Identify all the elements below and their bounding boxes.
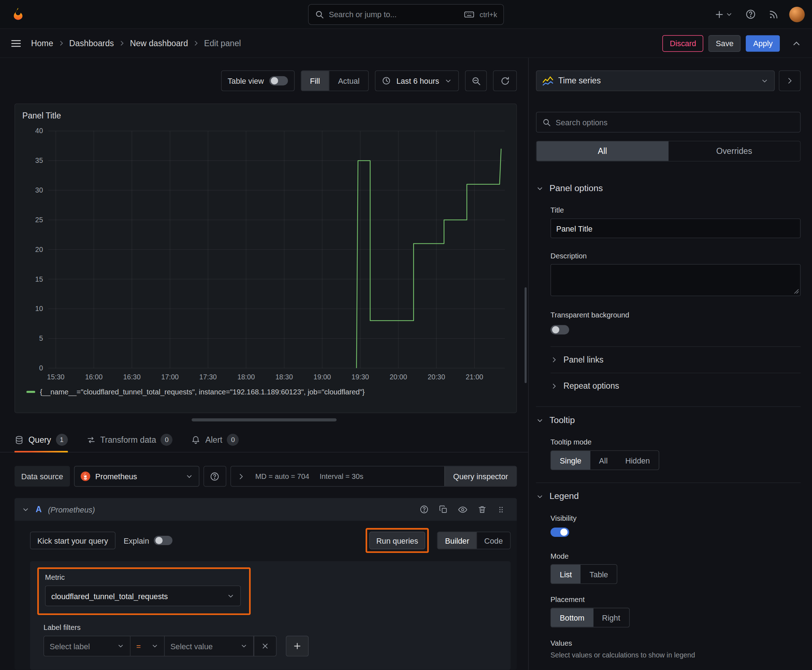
builder-option[interactable]: Builder [438, 532, 476, 549]
metric-select[interactable]: cloudflared_tunnel_total_requests [45, 585, 241, 606]
chevron-down-icon[interactable] [22, 505, 30, 513]
drag-handle-icon[interactable] [497, 505, 505, 514]
help-button[interactable] [743, 7, 758, 22]
operator-dropdown[interactable]: = [131, 636, 165, 656]
select-label-placeholder: Select label [50, 642, 90, 651]
panel-title-input[interactable] [551, 218, 801, 238]
remove-filter-button[interactable] [254, 636, 277, 656]
copy-icon[interactable] [439, 505, 448, 514]
options-search[interactable] [536, 112, 800, 132]
tooltip-mode-hidden[interactable]: Hidden [617, 451, 659, 470]
transparent-bg-toggle[interactable] [551, 325, 569, 334]
chevron-right-icon[interactable] [237, 472, 245, 481]
search-icon [315, 10, 324, 19]
visual-query-builder: Metric cloudflared_tunnel_total_requests… [30, 561, 510, 670]
datasource-name: Prometheus [95, 472, 137, 481]
query-inspector-button[interactable]: Query inspector [444, 466, 516, 486]
legend-placement-group: Bottom Right [551, 608, 630, 628]
panel-description-input[interactable] [551, 264, 801, 296]
select-value-dropdown[interactable]: Select value [165, 636, 254, 656]
legend-mode-table[interactable]: Table [581, 565, 617, 584]
legend-mode-list[interactable]: List [551, 565, 581, 584]
grafana-logo-icon[interactable] [10, 7, 26, 22]
legend-section-header[interactable]: Legend [536, 482, 800, 508]
metric-value: cloudflared_tunnel_total_requests [51, 592, 168, 601]
timeseries-viz-icon [542, 75, 554, 86]
svg-text:15:30: 15:30 [47, 373, 64, 381]
code-option[interactable]: Code [476, 532, 510, 549]
tab-transform-label: Transform data [100, 435, 156, 445]
panel-resize-handle[interactable] [192, 418, 337, 421]
apply-button[interactable]: Apply [746, 35, 780, 52]
fill-option[interactable]: Fill [301, 71, 329, 91]
global-search[interactable]: ctrl+k [308, 4, 504, 25]
tab-overrides[interactable]: Overrides [668, 141, 800, 161]
builder-code-segmented: Builder Code [437, 531, 510, 549]
actual-option[interactable]: Actual [329, 71, 368, 91]
table-view-toggle[interactable] [269, 76, 288, 86]
datasource-help-button[interactable] [203, 466, 226, 487]
trash-icon[interactable] [478, 505, 487, 514]
mega-menu-toggle[interactable] [8, 36, 24, 51]
clock-icon [382, 76, 391, 86]
help-circle-icon[interactable] [420, 505, 429, 514]
hamburger-icon [10, 37, 22, 49]
zoom-out-icon [471, 76, 481, 86]
tab-query[interactable]: Query 1 [15, 428, 68, 452]
discard-button[interactable]: Discard [663, 35, 704, 52]
new-button[interactable] [712, 7, 735, 22]
tab-all[interactable]: All [537, 141, 668, 161]
help-circle-icon [210, 471, 219, 481]
timeseries-chart[interactable]: 051015202530354015:3016:0016:3017:0017:3… [21, 126, 509, 383]
database-icon [15, 435, 24, 445]
resize-handle-icon[interactable] [794, 289, 799, 294]
tooltip-section-header[interactable]: Tooltip [536, 406, 800, 431]
global-search-input[interactable] [329, 10, 459, 19]
top-bar: ctrl+k [0, 0, 812, 29]
repeat-options-section[interactable]: Repeat options [551, 372, 801, 399]
operator-value: = [136, 642, 141, 651]
collapse-options-button[interactable] [779, 71, 800, 91]
select-label-dropdown[interactable]: Select label [44, 636, 131, 656]
news-button[interactable] [766, 7, 781, 22]
editor-tabs: Query 1 Transform data 0 Alert 0 [0, 428, 528, 452]
add-filter-button[interactable] [286, 636, 309, 656]
breadcrumb-new-dashboard[interactable]: New dashboard [130, 39, 188, 48]
svg-text:25: 25 [35, 216, 43, 224]
save-button[interactable]: Save [709, 35, 741, 52]
svg-text:5: 5 [39, 334, 43, 342]
chevron-down-icon [536, 492, 544, 500]
panel-links-section[interactable]: Panel links [551, 347, 801, 373]
placement-bottom[interactable]: Bottom [551, 608, 593, 627]
tab-transform[interactable]: Transform data 0 [86, 428, 173, 452]
breadcrumb-dashboards[interactable]: Dashboards [69, 39, 114, 48]
legend-series-label[interactable]: {__name__="cloudflared_tunnel_total_requ… [40, 387, 364, 396]
time-range-picker[interactable]: Last 6 hours [375, 71, 459, 91]
tab-alert[interactable]: Alert 0 [191, 428, 239, 452]
breadcrumb-home[interactable]: Home [31, 39, 53, 48]
kick-start-button[interactable]: Kick start your query [30, 531, 115, 549]
collapse-header-button[interactable] [789, 36, 804, 51]
datasource-picker[interactable]: Prometheus [74, 466, 199, 487]
panel-title[interactable]: Panel Title [21, 111, 510, 121]
explain-toggle[interactable] [154, 536, 172, 545]
description-field-label: Description [551, 252, 801, 260]
tooltip-mode-all[interactable]: All [590, 451, 617, 470]
placement-right[interactable]: Right [593, 608, 629, 627]
user-avatar[interactable] [789, 7, 805, 22]
viz-type-picker[interactable]: Time series [536, 71, 775, 91]
options-search-input[interactable] [556, 118, 795, 127]
zoom-out-time-button[interactable] [465, 71, 487, 91]
query-row-header[interactable]: A (Prometheus) [15, 498, 517, 521]
panel-options-section-header[interactable]: Panel options [536, 175, 800, 200]
tooltip-mode-single[interactable]: Single [551, 451, 590, 470]
vertical-scrollbar[interactable] [524, 288, 527, 383]
metric-highlight: Metric cloudflared_tunnel_total_requests [37, 567, 251, 615]
refresh-button[interactable] [493, 71, 517, 91]
label-filters-row: Select label = Select value [44, 636, 503, 656]
eye-icon[interactable] [458, 505, 468, 514]
query-ref-id[interactable]: A [36, 505, 42, 514]
legend-visibility-toggle[interactable] [551, 528, 569, 537]
run-queries-button[interactable]: Run queries [369, 531, 425, 549]
legend-swatch[interactable] [27, 391, 36, 393]
